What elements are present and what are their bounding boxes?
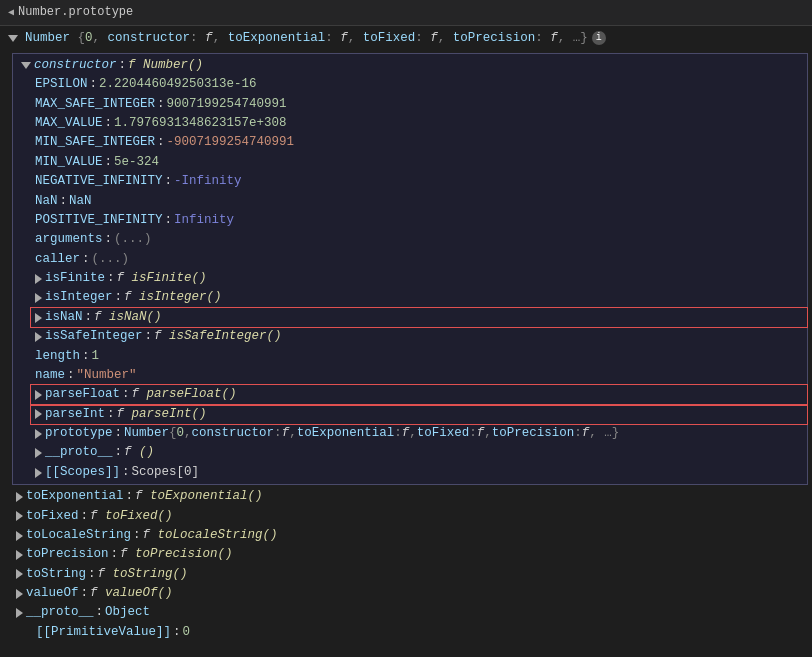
expand-toexponential-icon[interactable]: [16, 492, 23, 502]
tostring-row[interactable]: toString : f toString(): [0, 565, 812, 584]
header-title: Number.prototype: [18, 3, 133, 22]
object-header-label: Number {0, constructor: f, toExponential…: [25, 29, 588, 48]
expand-parseint-icon[interactable]: [35, 409, 42, 419]
constructor-value: f Number(): [128, 56, 203, 75]
min-value-row: MIN_VALUE : 5e-324: [31, 153, 807, 172]
prototype-row[interactable]: prototype : Number {0, constructor: f, t…: [31, 424, 807, 443]
primitive-value-row: [[PrimitiveValue]] : 0: [28, 623, 812, 642]
expand-dunder-proto-icon[interactable]: [16, 608, 23, 618]
arguments-row: arguments : (...): [31, 230, 807, 249]
expand-valueof-icon[interactable]: [16, 589, 23, 599]
expand-constructor-icon[interactable]: [21, 62, 31, 69]
expand-tostring-icon[interactable]: [16, 569, 23, 579]
nan-row: NaN : NaN: [31, 192, 807, 211]
toprecision-row[interactable]: toPrecision : f toPrecision(): [0, 545, 812, 564]
constructor-children: EPSILON : 2.220446049250313e-16 MAX_SAFE…: [31, 75, 807, 482]
dunder-proto-row[interactable]: __proto__ : Object: [0, 603, 812, 622]
epsilon-row: EPSILON : 2.220446049250313e-16: [31, 75, 807, 94]
parsefloat-row[interactable]: parseFloat : f parseFloat(): [31, 385, 807, 404]
scopes-row[interactable]: [[Scopes]] : Scopes[0]: [31, 463, 807, 482]
toexponential-row[interactable]: toExponential : f toExponential(): [0, 487, 812, 506]
chevron-down-icon: [8, 35, 18, 42]
object-header-row[interactable]: Number {0, constructor: f, toExponential…: [0, 26, 812, 51]
isinteger-row[interactable]: isInteger : f isInteger(): [31, 288, 807, 307]
constructor-row[interactable]: constructor : f Number(): [13, 56, 807, 75]
info-icon[interactable]: i: [592, 31, 606, 45]
expand-isnan-icon[interactable]: [35, 313, 42, 323]
constructor-key: constructor: [34, 56, 117, 75]
min-safe-integer-row: MIN_SAFE_INTEGER : -9007199254740991: [31, 133, 807, 152]
max-value-row: MAX_VALUE : 1.7976931348623157e+308: [31, 114, 807, 133]
devtools-panel: ◀ Number.prototype Number {0, constructo…: [0, 0, 812, 657]
parseint-row[interactable]: parseInt : f parseInt(): [31, 405, 807, 424]
expand-toprecision-icon[interactable]: [16, 550, 23, 560]
header-bar: ◀ Number.prototype: [0, 0, 812, 26]
issafeinteger-row[interactable]: isSafeInteger : f isSafeInteger(): [31, 327, 807, 346]
expand-prototype-icon[interactable]: [35, 429, 42, 439]
length-row: length : 1: [31, 347, 807, 366]
isfinite-row[interactable]: isFinite : f isFinite(): [31, 269, 807, 288]
dunder-proto-constructor-row[interactable]: __proto__ : f (): [31, 443, 807, 462]
expand-dunder-proto-c-icon[interactable]: [35, 448, 42, 458]
flat-items-section: toExponential : f toExponential() toFixe…: [0, 487, 812, 642]
expand-isfinite-icon[interactable]: [35, 274, 42, 284]
expand-tolocalestring-icon[interactable]: [16, 531, 23, 541]
tolocalestring-row[interactable]: toLocaleString : f toLocaleString(): [0, 526, 812, 545]
expand-parsefloat-icon[interactable]: [35, 390, 42, 400]
constructor-section: constructor : f Number() EPSILON : 2.220…: [12, 53, 808, 485]
expand-tofixed-icon[interactable]: [16, 511, 23, 521]
max-safe-integer-row: MAX_SAFE_INTEGER : 9007199254740991: [31, 95, 807, 114]
expand-issafeinteger-icon[interactable]: [35, 332, 42, 342]
negative-infinity-row: NEGATIVE_INFINITY : -Infinity: [31, 172, 807, 191]
caller-row: caller : (...): [31, 250, 807, 269]
isnan-row[interactable]: isNaN : f isNaN(): [31, 308, 807, 327]
tofixed-row[interactable]: toFixed : f toFixed(): [0, 507, 812, 526]
triangle-icon: ◀: [8, 5, 14, 21]
expand-scopes-icon[interactable]: [35, 468, 42, 478]
name-row: name : "Number": [31, 366, 807, 385]
valueof-row[interactable]: valueOf : f valueOf(): [0, 584, 812, 603]
expand-isinteger-icon[interactable]: [35, 293, 42, 303]
positive-infinity-row: POSITIVE_INFINITY : Infinity: [31, 211, 807, 230]
